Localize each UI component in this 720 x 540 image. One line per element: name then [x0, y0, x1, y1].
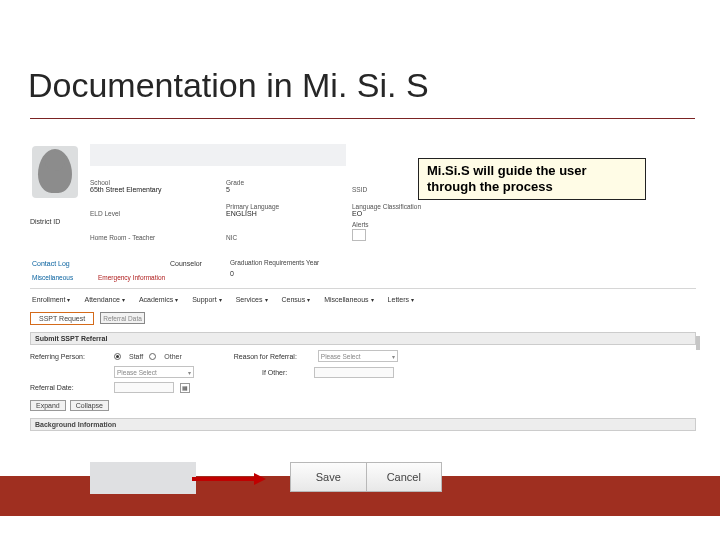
callout-box: Mi.Si.S will guide the user through the … [418, 158, 646, 200]
chevron-down-icon: ▾ [307, 296, 310, 303]
alerts-box [352, 229, 366, 241]
subtab-referral-data[interactable]: Referral Data [100, 312, 145, 324]
expand-collapse: Expand Collapse [30, 400, 109, 411]
label-reason: Reason for Referral: [234, 353, 312, 360]
counselor-label: Counselor [170, 260, 202, 267]
field-nic: NIC [226, 220, 346, 242]
select-staff[interactable]: Please Select▾ [114, 366, 194, 378]
arrow-annotation [192, 476, 270, 482]
section-background-info[interactable]: Background Information [30, 418, 696, 431]
link-maintenance[interactable]: Miscellaneous [32, 274, 73, 281]
row-referring-person: Referring Person: Staff Other Reason for… [30, 350, 696, 362]
label-if-other: If Other: [262, 369, 308, 376]
field-eld: ELD Level [90, 196, 220, 218]
subtab-sspt-request[interactable]: SSPT Request [30, 312, 94, 325]
label-referring-person: Referring Person: [30, 353, 108, 360]
tab-enrollment[interactable]: Enrollment▾ [32, 292, 70, 306]
avatar [32, 146, 78, 198]
scrollbar-thumb[interactable] [696, 336, 700, 350]
divider [30, 288, 696, 289]
calendar-icon[interactable]: ▦ [180, 383, 190, 393]
label-referral-date: Referral Date: [30, 384, 108, 391]
district-id-label: District ID [30, 218, 60, 225]
subtab-bar: SSPT Request Referral Data [30, 312, 145, 325]
slide-title: Documentation in Mi. Si. S [28, 66, 429, 105]
chevron-down-icon: ▾ [188, 369, 191, 376]
link-emergency[interactable]: Emergency Information [98, 274, 165, 281]
scrollbar[interactable] [696, 312, 700, 432]
chevron-down-icon: ▾ [371, 296, 374, 303]
field-school: School 65th Street Elementary [90, 172, 220, 194]
field-grade: Grade 5 [226, 172, 346, 194]
link-contact-log[interactable]: Contact Log [32, 260, 70, 267]
tab-census[interactable]: Census▾ [282, 292, 311, 306]
tab-attendance[interactable]: Attendance▾ [84, 292, 124, 306]
row-select-other: Please Select▾ If Other: [30, 366, 696, 378]
expand-button[interactable]: Expand [30, 400, 66, 411]
chevron-down-icon: ▾ [67, 296, 70, 303]
chevron-down-icon: ▾ [265, 296, 268, 303]
chevron-down-icon: ▾ [219, 296, 222, 303]
input-referral-date[interactable] [114, 382, 174, 393]
form-header: Submit SSPT Referral [30, 332, 696, 345]
row-referral-date: Referral Date: ▦ [30, 382, 696, 393]
field-homeroom: Home Room - Teacher [90, 220, 220, 242]
field-grad-year: Graduation Requirements Year 0 [230, 258, 320, 267]
tab-services[interactable]: Services▾ [236, 292, 268, 306]
field-primary-language: Primary Language ENGLISH [226, 196, 346, 218]
chevron-down-icon: ▾ [392, 353, 395, 360]
input-if-other[interactable] [314, 367, 394, 378]
chevron-down-icon: ▾ [175, 296, 178, 303]
tab-academics[interactable]: Academics▾ [139, 292, 178, 306]
tab-bar: Enrollment▾ Attendance▾ Academics▾ Suppo… [30, 292, 696, 306]
collapse-button[interactable]: Collapse [70, 400, 109, 411]
title-underline [30, 118, 695, 119]
save-button[interactable]: Save [291, 463, 367, 491]
cancel-button[interactable]: Cancel [367, 463, 442, 491]
tab-support[interactable]: Support▾ [192, 292, 222, 306]
tab-misc[interactable]: Miscellaneous▾ [324, 292, 373, 306]
select-reason[interactable]: Please Select▾ [318, 350, 398, 362]
chevron-down-icon: ▾ [122, 296, 125, 303]
radio-other[interactable] [149, 353, 156, 360]
field-alerts: Alerts [352, 220, 472, 242]
student-name-placeholder [90, 144, 346, 166]
tab-letters[interactable]: Letters▾ [388, 292, 414, 306]
radio-staff[interactable] [114, 353, 121, 360]
chevron-down-icon: ▾ [411, 296, 414, 303]
grey-block [90, 462, 196, 494]
save-cancel-bar: Save Cancel [290, 462, 442, 492]
